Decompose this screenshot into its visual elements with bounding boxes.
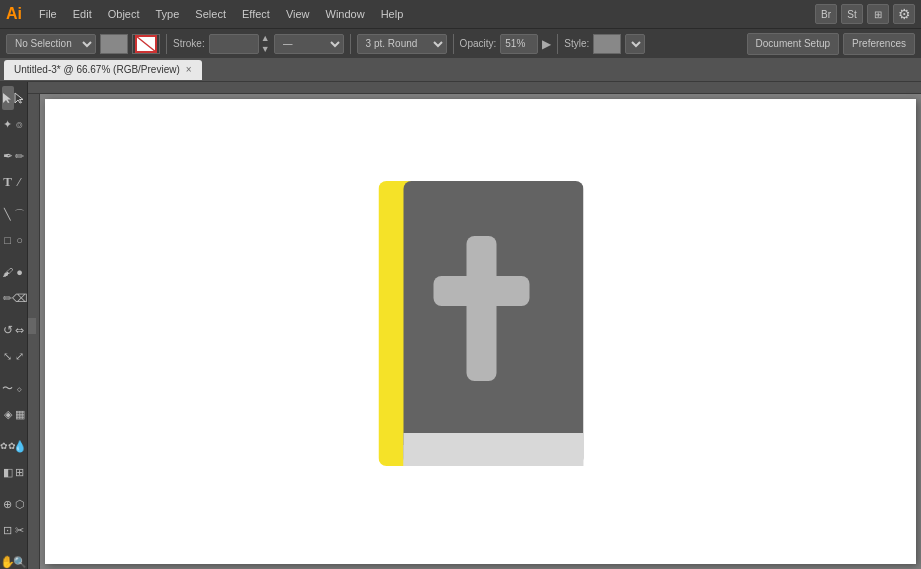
direct-selection-tool[interactable]: [14, 86, 26, 110]
stroke-down-arrow[interactable]: ▼: [261, 44, 270, 54]
stroke-color-swatch[interactable]: [132, 34, 160, 54]
tab-bar: Untitled-3* @ 66.67% (RGB/Preview) ×: [0, 58, 921, 82]
column-graph-tool[interactable]: ▦: [14, 402, 26, 426]
document-tab[interactable]: Untitled-3* @ 66.67% (RGB/Preview) ×: [4, 60, 202, 80]
menu-view[interactable]: View: [279, 6, 317, 22]
divider-1: [166, 34, 167, 54]
symbol-tools-row: ✿✿ 💧: [2, 434, 26, 458]
menu-edit[interactable]: Edit: [66, 6, 99, 22]
live-paint-tool[interactable]: ⬡: [14, 492, 26, 516]
bible-svg: [378, 181, 583, 481]
pen-tools-row: ✒ ✏: [2, 144, 26, 168]
menu-bar: Ai File Edit Object Type Select Effect V…: [0, 0, 921, 28]
stroke-icon: [135, 35, 157, 53]
selection-tools-row: [2, 86, 26, 110]
wand-lasso-row: ✦ ⌾: [2, 112, 26, 136]
type-tool[interactable]: T: [2, 170, 14, 194]
ruler-marks-h: [28, 82, 921, 94]
opacity-label: Opacity:: [460, 38, 497, 49]
tab-close-button[interactable]: ×: [186, 64, 192, 75]
svg-marker-3: [15, 93, 23, 103]
add-anchor-tool[interactable]: ✏: [14, 144, 26, 168]
magic-wand-tool[interactable]: ✦: [2, 112, 14, 136]
type-tools-row: T ⁄: [2, 170, 26, 194]
line-segment-tool[interactable]: ╲: [2, 202, 14, 226]
blend-tool[interactable]: ◈: [2, 402, 14, 426]
line-tools-row: ╲ ⌒: [2, 202, 26, 226]
blob-brush-tool[interactable]: ●: [14, 260, 26, 284]
gradient-tools-row: ◧ ⊞: [2, 460, 26, 484]
warp-tools-row: 〜 ⬦: [2, 376, 26, 400]
divider-3: [453, 34, 454, 54]
main-area: ✦ ⌾ ✒ ✏ T ⁄ ╲ ⌒ □ ○ 🖌 ●: [0, 82, 921, 569]
stock-icon[interactable]: St: [841, 4, 863, 24]
shear-tool[interactable]: ⤢: [14, 344, 26, 368]
zoom-tool[interactable]: 🔍: [14, 550, 26, 569]
rectangle-tool[interactable]: □: [2, 228, 14, 252]
bridge-icons: Br St ⊞ ⚙: [815, 4, 915, 24]
artboard: [45, 99, 916, 564]
lasso-tool[interactable]: ⌾: [14, 112, 26, 136]
stroke-profile-dropdown[interactable]: —: [274, 34, 344, 54]
rotate-tools-row: ↺ ⇔: [2, 318, 26, 342]
opacity-input[interactable]: [500, 34, 538, 54]
shape-builder-tool[interactable]: ⊕: [2, 492, 14, 516]
grid-icon[interactable]: ⊞: [867, 4, 889, 24]
hand-zoom-row: ✋ 🔍: [2, 550, 26, 569]
slice-tool[interactable]: ✂: [14, 518, 26, 542]
paintbrush-tool[interactable]: 🖌: [2, 260, 14, 284]
divider-4: [557, 34, 558, 54]
selection-dropdown[interactable]: No Selection: [6, 34, 96, 54]
menu-file[interactable]: File: [32, 6, 64, 22]
stroke-width-ctrl: ▲ ▼: [209, 33, 270, 54]
app-logo: Ai: [6, 5, 22, 23]
reshape-tool[interactable]: ⬦: [14, 376, 26, 400]
extensions-icon[interactable]: ⚙: [893, 4, 915, 24]
warp-tool[interactable]: 〜: [2, 376, 14, 400]
pt-round-dropdown[interactable]: 3 pt. Round: [357, 34, 447, 54]
stroke-label: Stroke:: [173, 38, 205, 49]
eyedropper-tool[interactable]: 💧: [14, 434, 26, 458]
blend-tools-row: ◈ ▦: [2, 402, 26, 426]
svg-rect-8: [403, 445, 583, 466]
canvas-background: [40, 94, 921, 569]
pen-tool[interactable]: ✒: [2, 144, 14, 168]
menu-object[interactable]: Object: [101, 6, 147, 22]
svg-line-1: [136, 36, 156, 52]
menu-help[interactable]: Help: [374, 6, 411, 22]
arc-tool[interactable]: ⌒: [14, 202, 26, 226]
stroke-width-input[interactable]: [209, 34, 259, 54]
svg-rect-10: [433, 276, 529, 306]
area-type-tool[interactable]: ⁄: [14, 170, 26, 194]
stroke-up-arrow[interactable]: ▲: [261, 33, 270, 43]
scale-tool[interactable]: ⤡: [2, 344, 14, 368]
left-toolbar: ✦ ⌾ ✒ ✏ T ⁄ ╲ ⌒ □ ○ 🖌 ●: [0, 82, 28, 569]
rotate-tool[interactable]: ↺: [2, 318, 14, 342]
ellipse-tool[interactable]: ○: [14, 228, 26, 252]
top-ruler: [28, 82, 921, 94]
style-dropdown[interactable]: ▾: [625, 34, 645, 54]
opacity-expand[interactable]: ▶: [542, 37, 551, 51]
document-setup-button[interactable]: Document Setup: [747, 33, 840, 55]
fill-color-swatch[interactable]: [100, 34, 128, 54]
bible-illustration: [378, 181, 583, 483]
svg-rect-4: [28, 82, 921, 94]
menu-window[interactable]: Window: [319, 6, 372, 22]
reflect-tool[interactable]: ⇔: [14, 318, 26, 342]
menu-select[interactable]: Select: [188, 6, 233, 22]
preferences-button[interactable]: Preferences: [843, 33, 915, 55]
mesh-tool[interactable]: ⊞: [14, 460, 26, 484]
menu-type[interactable]: Type: [149, 6, 187, 22]
scroll-indicator: [28, 318, 36, 334]
bridge-icon[interactable]: Br: [815, 4, 837, 24]
eraser-tool[interactable]: ⌫: [14, 286, 26, 310]
stroke-stepper[interactable]: ▲ ▼: [261, 33, 270, 54]
artboard-tool[interactable]: ⊡: [2, 518, 14, 542]
selection-tool[interactable]: [2, 86, 14, 110]
svg-rect-9: [466, 236, 496, 381]
menu-effect[interactable]: Effect: [235, 6, 277, 22]
style-swatch[interactable]: [593, 34, 621, 54]
brush-tools-row: 🖌 ●: [2, 260, 26, 284]
gradient-tool[interactable]: ◧: [2, 460, 14, 484]
rectangle-tools-row: □ ○: [2, 228, 26, 252]
